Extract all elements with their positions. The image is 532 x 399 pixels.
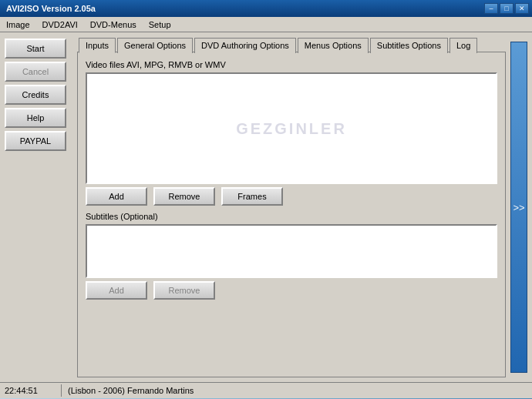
subtitles-section-label: Subtitles (Optional) [86,212,497,221]
tab-menus-options[interactable]: Menus Options [298,38,369,53]
tab-subtitles-options[interactable]: Subtitles Options [370,38,448,53]
remove-video-button[interactable]: Remove [153,187,215,206]
tab-log[interactable]: Log [450,38,477,53]
time-display: 22:44:51 [0,384,62,397]
main-layout: Start Cancel Credits Help PAYPAL Inputs … [0,32,532,382]
subtitle-btn-row: Add Remove [86,281,497,300]
tab-content: Video files AVI, MPG, RMVB or WMV GEZGIN… [77,52,506,377]
tab-general-options[interactable]: General Options [117,38,193,53]
title-text: AVI2ISO Version 2.05a [3,4,96,13]
cancel-button: Cancel [5,62,66,82]
add-video-button[interactable]: Add [86,187,147,206]
window-controls: – □ ✕ [484,3,529,14]
video-section: Video files AVI, MPG, RMVB or WMV GEZGIN… [86,60,497,206]
status-message: (Lisbon - 2006) Fernando Martins [62,384,532,397]
paypal-button[interactable]: PAYPAL [5,131,66,151]
tab-dvd-authoring[interactable]: DVD Authoring Options [194,38,296,53]
menu-dvd2avi[interactable]: DVD2AVI [39,18,81,31]
close-button[interactable]: ✕ [515,3,529,14]
status-top: 22:44:51 (Lisbon - 2006) Fernando Martin… [0,383,532,398]
minimize-button[interactable]: – [484,3,498,14]
menu-bar: Image DVD2AVI DVD-Menus Setup [0,17,532,32]
sidebar: Start Cancel Credits Help PAYPAL [5,37,72,377]
video-section-label: Video files AVI, MPG, RMVB or WMV [86,60,497,69]
remove-subtitle-button: Remove [153,281,215,300]
video-btn-row: Add Remove Frames [86,187,497,206]
watermark: GEZGINLER [236,119,347,137]
subtitles-section: Subtitles (Optional) Add Remove [86,212,497,300]
video-file-list[interactable]: GEZGINLER [86,72,497,184]
right-arrow-button[interactable]: >> [510,42,527,373]
tab-bar: Inputs General Options DVD Authoring Opt… [77,37,506,52]
title-bar: AVI2ISO Version 2.05a – □ ✕ [0,0,532,17]
help-button[interactable]: Help [5,108,66,128]
start-button[interactable]: Start [5,39,66,59]
add-subtitle-button: Add [86,281,147,300]
status-bar: 22:44:51 (Lisbon - 2006) Fernando Martin… [0,382,532,399]
tab-inputs[interactable]: Inputs [79,38,116,53]
menu-setup[interactable]: Setup [146,18,174,31]
frames-button[interactable]: Frames [221,187,283,206]
menu-dvd-menus[interactable]: DVD-Menus [87,18,140,31]
subtitle-file-list[interactable] [86,224,497,278]
content-area: Inputs General Options DVD Authoring Opt… [77,37,506,377]
menu-image[interactable]: Image [3,18,33,31]
maximize-button[interactable]: □ [500,3,513,14]
credits-button[interactable]: Credits [5,85,66,105]
